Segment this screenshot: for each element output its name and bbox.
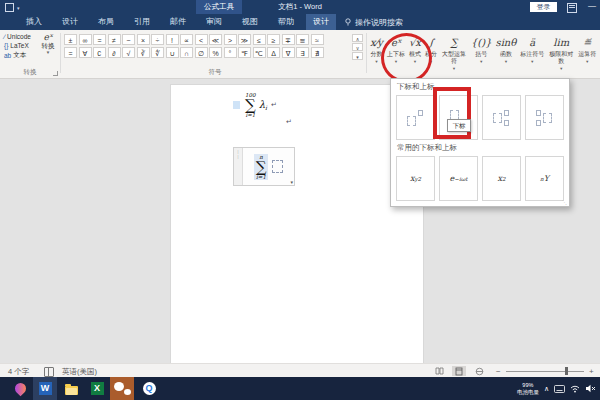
equation-2-selected[interactable]: ⁞⁞ n ∑ i=1 ▾ [233,147,295,186]
structure-button[interactable]: ä 标注符号 ▼ [518,30,546,78]
read-mode-button[interactable] [432,366,446,376]
common-subsup-option[interactable]: e−iωt [439,156,478,201]
symbol-button[interactable]: = [93,34,106,45]
symbol-button[interactable]: ∝ [180,34,193,45]
ribbon-tab[interactable]: 审阅 [196,14,232,30]
equation-options-chevron-icon[interactable]: ▾ [290,179,293,185]
symbol-button[interactable]: = [64,47,77,58]
symbol-button[interactable]: ∛ [137,47,150,58]
symbol-button[interactable]: √ [122,47,135,58]
common-subsup-option[interactable]: x2 [482,156,521,201]
resize-grip-icon[interactable]: ⋱ [562,199,567,205]
print-layout-button[interactable] [452,366,466,376]
proofing-icon[interactable] [44,367,54,377]
common-subsup-option[interactable]: xy2 [396,156,435,201]
tell-me-search[interactable]: 操作说明搜索 [344,17,403,28]
structure-button[interactable]: lim 极限和对数 ▼ [546,30,576,78]
symbol-button[interactable]: ∓ [282,34,295,45]
taskbar-wechat-button[interactable] [110,377,134,400]
ribbon-tab[interactable]: 插入 [16,14,52,30]
keyboard-icon[interactable] [554,385,565,393]
symbol-button[interactable]: ÷ [151,34,164,45]
symbol-button[interactable]: ° [224,47,237,58]
ribbon-tab[interactable]: 帮助 [268,14,304,30]
symbol-button[interactable]: ∃ [296,47,309,58]
symbol-button[interactable]: ≥ [267,34,280,45]
zoom-out-button[interactable]: − [496,367,501,376]
symbol-button[interactable]: ! [166,34,179,45]
symbol-button[interactable]: ∁ [93,47,106,58]
scroll-up-icon[interactable]: ∧ [352,34,363,42]
symbol-button[interactable]: ℃ [253,47,266,58]
dialog-launcher-icon[interactable] [53,71,58,76]
common-subsup-option[interactable]: nY [525,156,564,201]
word-count[interactable]: 4 个字 [8,367,29,377]
symbol-button[interactable]: ≈ [311,34,324,45]
scroll-down-icon[interactable]: ∨ [352,43,363,51]
quick-access-caret-icon[interactable]: ▾ [17,5,20,11]
symbol-button[interactable]: ~ [122,34,135,45]
symbol-button[interactable]: Δ [267,47,280,58]
symbol-button[interactable]: ≫ [238,34,251,45]
zoom-in-button[interactable]: + [589,367,594,376]
symbol-button[interactable]: ∪ [166,47,179,58]
symbol-button[interactable]: ∩ [180,47,193,58]
ribbon-tab[interactable]: 视图 [232,14,268,30]
language-indicator[interactable]: 英语(美国) [62,367,97,377]
ribbon-tab[interactable]: 引用 [124,14,160,30]
symbol-button[interactable]: ± [64,34,77,45]
symbol-button[interactable]: ≅ [296,34,309,45]
ribbon-tab[interactable]: 邮件 [160,14,196,30]
superscript-subscript-option[interactable] [482,95,521,140]
taskbar-word-button[interactable]: W [33,377,57,400]
quick-access-toolbar[interactable]: ▾ [5,3,20,12]
taskbar-browser-button[interactable]: Q [137,377,161,400]
convert-button[interactable]: eˣ 转换 ▼ [37,32,59,66]
left-superscript-subscript-option[interactable] [525,95,564,140]
structure-button[interactable]: {()} 括号 ▼ [469,30,494,78]
zoom-slider-handle[interactable] [565,367,568,375]
symbol-button[interactable]: % [209,47,222,58]
symbol-button[interactable]: ∇ [282,47,295,58]
symbol-button[interactable]: × [137,34,150,45]
symbol-button[interactable]: ∜ [151,47,164,58]
battery-status[interactable]: 99%电池电量 [517,382,539,395]
symbol-button[interactable]: ℉ [238,47,251,58]
symbol-button[interactable]: ∞ [79,34,92,45]
hidden-icons-chevron-icon[interactable]: ∧ [544,385,549,393]
text-button[interactable]: ab 文本 [4,51,26,60]
web-layout-button[interactable] [472,366,486,376]
latex-button[interactable]: {} LaTeX [4,42,29,49]
ribbon-tab[interactable]: 设计 [52,14,88,30]
superscript-option[interactable] [396,95,435,140]
equation-placeholder-box[interactable] [272,160,283,173]
ribbon-tab[interactable]: 布局 [88,14,124,30]
taskbar-excel-button[interactable]: X [85,377,109,400]
gallery-more-icon[interactable]: ▾ [352,52,363,60]
symbol-button[interactable]: ∂ [108,47,121,58]
sign-in-button[interactable]: 登录 [530,2,557,12]
symbol-button[interactable]: ≤ [253,34,266,45]
symbol-button[interactable]: ≪ [209,34,222,45]
structure-button[interactable]: sinθ 函数 ▼ [494,30,519,78]
equation-1[interactable]: 100 ∑ i=1 λi ↵ [233,92,277,118]
taskbar-explorer-button[interactable] [59,377,83,400]
speaker-muted-icon[interactable] [585,384,596,393]
unicode-button[interactable]: ∕ Unicode [4,33,31,40]
symbol-button[interactable]: ∀ [79,47,92,58]
tab-equation-design-active[interactable]: 设计 [306,14,336,30]
symbol-button[interactable]: ∅ [195,47,208,58]
symbol-button[interactable]: ≠ [108,34,121,45]
structure-button[interactable]: ∑ 大型运算符 ▼ [439,30,469,78]
taskbar-pin-app-button[interactable] [8,377,32,400]
minimize-button[interactable]: — [588,1,596,10]
equation-handle[interactable]: ⁞⁞ [234,148,243,185]
symbol-button[interactable]: < [195,34,208,45]
ribbon-display-options-icon[interactable] [567,3,577,13]
symbol-button[interactable]: ∄ [311,47,324,58]
structure-button[interactable]: ≝ 运算符 ▼ [576,30,598,78]
document-page[interactable] [170,84,424,365]
save-icon[interactable] [5,3,14,12]
network-icon[interactable] [570,384,580,393]
symbol-button[interactable]: > [224,34,237,45]
